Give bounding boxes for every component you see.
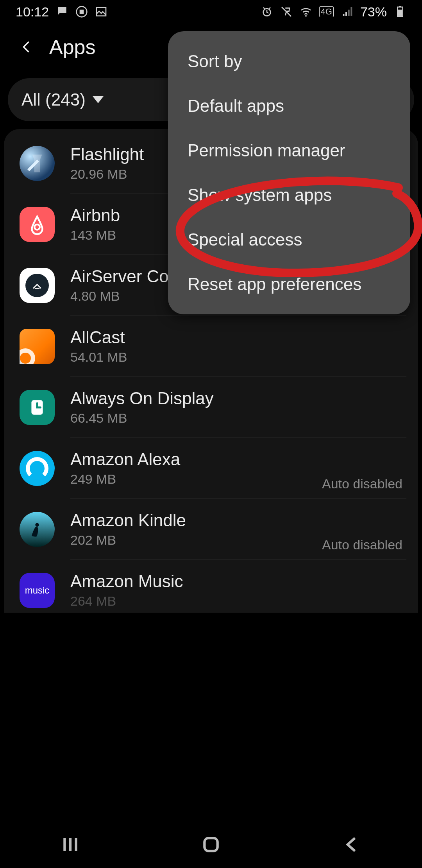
vibrate-icon — [280, 5, 293, 18]
app-icon-allcast — [20, 329, 55, 364]
app-row-allcast[interactable]: AllCast 54.01 MB — [4, 316, 418, 377]
home-icon[interactable] — [201, 835, 221, 854]
nav-back-icon[interactable] — [342, 835, 361, 854]
page-title: Apps — [49, 35, 96, 59]
filter-label: All (243) — [21, 90, 86, 109]
message-icon — [56, 5, 68, 18]
overflow-menu: Sort by Default apps Permission manager … — [168, 31, 410, 314]
app-status-tag: Auto disabled — [322, 476, 402, 491]
app-size: 54.01 MB — [70, 350, 402, 365]
app-name: Amazon Alexa — [70, 450, 402, 469]
svg-point-8 — [20, 353, 31, 364]
app-status-tag: Auto disabled — [322, 537, 402, 552]
app-name: Amazon Kindle — [70, 511, 402, 530]
app-row-aod[interactable]: Always On Display 66.45 MB — [4, 377, 418, 438]
svg-rect-11 — [204, 838, 217, 851]
app-icon-aod — [20, 390, 55, 425]
app-name: Amazon Music — [70, 572, 402, 591]
wifi-icon — [300, 5, 312, 18]
back-icon[interactable] — [20, 40, 34, 54]
clipboard-icon — [75, 5, 88, 18]
battery-icon — [394, 5, 406, 18]
signal-icon — [341, 5, 353, 18]
menu-reset-app-preferences[interactable]: Reset app preferences — [168, 262, 410, 307]
app-icon-airserver — [20, 268, 55, 303]
app-row-kindle[interactable]: Amazon Kindle 202 MB Auto disabled — [4, 499, 418, 560]
app-size: 66.45 MB — [70, 411, 402, 426]
alarm-icon — [261, 5, 273, 18]
menu-special-access[interactable]: Special access — [168, 217, 410, 262]
svg-point-3 — [305, 15, 307, 17]
filter-dropdown[interactable]: All (243) — [21, 90, 104, 109]
app-icon-alexa — [20, 451, 55, 486]
svg-rect-5 — [399, 6, 401, 7]
svg-point-10 — [35, 523, 39, 526]
app-row-alexa[interactable]: Amazon Alexa 249 MB Auto disabled — [4, 438, 418, 499]
recents-icon[interactable] — [61, 835, 80, 854]
battery-percent: 73% — [360, 4, 387, 20]
app-icon-kindle — [20, 512, 55, 547]
menu-permission-manager[interactable]: Permission manager — [168, 128, 410, 173]
app-icon-flashlight — [20, 146, 55, 181]
svg-rect-6 — [398, 10, 402, 16]
menu-show-system-apps[interactable]: Show system apps — [168, 173, 410, 217]
status-bar: 10:12 4G 73% — [0, 0, 422, 23]
app-icon-amazon-music: music — [20, 573, 55, 608]
status-time: 10:12 — [16, 4, 49, 20]
nav-bar — [0, 821, 422, 868]
app-name: AllCast — [70, 328, 402, 347]
network-4g-icon: 4G — [319, 6, 334, 17]
app-size: 264 MB — [70, 594, 402, 609]
app-icon-airbnb — [20, 207, 55, 242]
music-icon-label: music — [25, 585, 50, 596]
app-row-amazon-music[interactable]: music Amazon Music 264 MB — [4, 560, 418, 613]
app-name: Always On Display — [70, 389, 402, 408]
menu-sort-by[interactable]: Sort by — [168, 39, 410, 84]
picture-icon — [95, 5, 107, 18]
menu-default-apps[interactable]: Default apps — [168, 84, 410, 128]
chevron-down-icon — [93, 96, 104, 103]
